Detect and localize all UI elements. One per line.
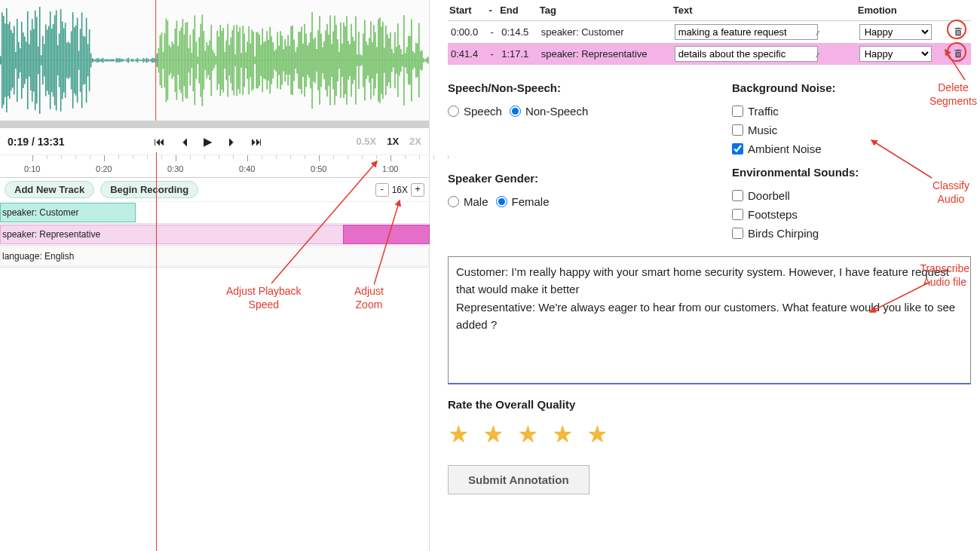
svg-rect-29 (42, 36, 44, 85)
svg-rect-83 (124, 60, 125, 61)
svg-rect-123 (184, 35, 185, 87)
svg-rect-77 (115, 60, 116, 60)
zoom-out-button[interactable]: - (375, 183, 389, 197)
svg-rect-195 (292, 26, 293, 95)
skip-end-icon[interactable]: ⏭ (251, 135, 262, 148)
svg-rect-240 (360, 54, 361, 66)
svg-rect-272 (408, 36, 409, 85)
zoom-in-button[interactable]: + (411, 183, 424, 197)
svg-rect-109 (163, 52, 164, 69)
segment-rep-selected[interactable] (343, 225, 430, 244)
track-row-customer[interactable]: speaker: Customer (0, 202, 429, 224)
radio-male[interactable] (448, 196, 459, 207)
add-track-button[interactable]: Add New Track (5, 181, 94, 198)
svg-rect-135 (202, 14, 204, 106)
svg-rect-198 (296, 47, 298, 74)
svg-rect-65 (96, 58, 98, 63)
svg-rect-158 (236, 25, 237, 96)
play-icon[interactable]: ▶ (204, 135, 213, 148)
svg-rect-84 (125, 60, 127, 61)
skip-start-icon[interactable]: ⏮ (154, 135, 165, 148)
svg-rect-244 (366, 41, 367, 78)
svg-rect-30 (44, 44, 45, 77)
trash-icon[interactable] (952, 47, 964, 60)
svg-rect-215 (322, 47, 323, 73)
svg-rect-243 (364, 20, 366, 101)
segment-language[interactable] (0, 246, 429, 266)
svg-rect-50 (74, 27, 75, 93)
segment-customer[interactable] (0, 203, 136, 222)
svg-rect-97 (145, 60, 146, 62)
col-emotion: Emotion (856, 3, 950, 21)
svg-rect-20 (29, 44, 30, 76)
svg-rect-56 (83, 36, 84, 85)
svg-rect-200 (299, 32, 301, 89)
svg-rect-54 (80, 29, 81, 92)
svg-rect-70 (104, 60, 106, 61)
svg-rect-129 (193, 29, 194, 91)
emotion-select[interactable]: HappyNeutralSadAngry (859, 24, 932, 40)
svg-rect-51 (75, 26, 77, 96)
track-row-representative[interactable]: speaker: Representative (0, 224, 429, 246)
svg-rect-43 (63, 28, 65, 92)
svg-rect-255 (382, 22, 384, 99)
time-ruler[interactable]: 0:100:200:300:400:501:00 (0, 155, 429, 178)
step-back-icon[interactable]: ⏵ (179, 135, 190, 148)
envsound-check-2[interactable] (732, 228, 743, 239)
envsound-check-1[interactable] (732, 209, 743, 220)
waveform-display[interactable] (0, 0, 429, 128)
radio-non-speech[interactable] (510, 106, 521, 117)
trash-icon[interactable] (952, 26, 964, 38)
svg-rect-62 (92, 58, 93, 63)
segment-text-input[interactable] (675, 24, 818, 40)
radio-speech[interactable] (448, 106, 459, 117)
col-dash: - (488, 3, 499, 21)
svg-rect-266 (399, 45, 400, 76)
bgnoise-check-1[interactable] (732, 124, 743, 136)
svg-rect-75 (112, 59, 113, 61)
svg-rect-139 (208, 46, 210, 75)
table-row[interactable]: 0:00.0-0:14.5speaker: Customer⁄⁄⁄HappyNe… (448, 21, 971, 44)
svg-rect-162 (242, 26, 243, 95)
table-row[interactable]: 0:41.4-1:17.1speaker: Representative⁄⁄⁄H… (448, 43, 971, 65)
waveform-svg (0, 0, 429, 121)
emotion-select[interactable]: HappyNeutralSadAngry (859, 46, 932, 62)
svg-rect-124 (185, 23, 187, 98)
svg-rect-250 (375, 32, 376, 89)
svg-rect-223 (334, 16, 335, 105)
svg-rect-199 (298, 32, 299, 88)
submit-annotation-button[interactable]: Submit Annotation (448, 465, 590, 494)
svg-rect-175 (262, 29, 263, 93)
svg-rect-79 (118, 58, 119, 62)
speed-1x[interactable]: 1X (387, 136, 399, 147)
svg-rect-18 (26, 41, 27, 78)
bgnoise-check-0[interactable] (732, 106, 743, 117)
bgnoise-check-2[interactable] (732, 143, 743, 155)
svg-rect-172 (257, 32, 259, 89)
envsound-check-0[interactable] (732, 190, 743, 201)
radio-female[interactable] (496, 196, 507, 207)
svg-rect-119 (178, 46, 179, 75)
transcript-textarea[interactable]: Customer: I'm really happy with your sma… (448, 256, 971, 384)
begin-recording-button[interactable]: Begin Recording (100, 181, 198, 198)
transport-bar: 0:19 / 13:31 ⏮ ⏵ ▶ ⏵ ⏭ 0.5X 1X 2X (0, 128, 429, 155)
svg-rect-153 (228, 45, 230, 76)
speed-0-5x[interactable]: 0.5X (356, 136, 376, 147)
svg-rect-193 (289, 46, 290, 75)
svg-rect-16 (23, 32, 24, 88)
svg-rect-234 (351, 24, 352, 97)
svg-rect-89 (133, 59, 134, 62)
svg-rect-71 (106, 59, 107, 61)
svg-rect-96 (143, 58, 145, 63)
svg-rect-220 (329, 15, 331, 105)
svg-rect-120 (179, 31, 181, 90)
segment-text-input[interactable] (675, 46, 818, 62)
star-rating[interactable]: ★ ★ ★ ★ ★ (448, 420, 971, 448)
speed-2x[interactable]: 2X (409, 136, 421, 147)
svg-rect-246 (369, 38, 370, 82)
svg-rect-152 (227, 24, 228, 97)
track-row-language[interactable]: language: English (0, 246, 429, 268)
tracks-area[interactable]: speaker: Customer speaker: Representativ… (0, 202, 429, 268)
svg-rect-190 (284, 39, 286, 81)
step-fwd-icon[interactable]: ⏵ (226, 135, 237, 148)
